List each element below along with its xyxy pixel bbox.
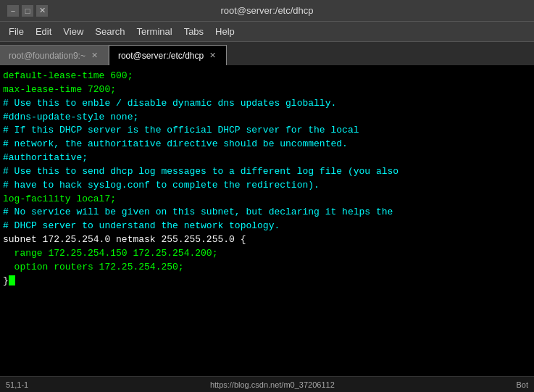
minimize-button[interactable]: −	[7, 5, 19, 17]
status-position: 51,1-1	[6, 380, 28, 389]
tab-server-dhcp[interactable]: root@server:/etc/dhcp ✕	[109, 45, 227, 65]
menu-bar: File Edit View Search Terminal Tabs Help	[0, 22, 534, 42]
status-url: https://blog.csdn.net/m0_37206112	[210, 380, 335, 389]
terminal-line: # Use this to enble / disable dynamic dn…	[3, 97, 531, 111]
status-mode: Bot	[516, 380, 528, 389]
terminal-line: #ddns-update-style none;	[3, 111, 531, 125]
menu-terminal[interactable]: Terminal	[131, 24, 178, 39]
terminal-line: log-facility local7;	[3, 193, 531, 207]
tab-label-server-dhcp: root@server:/etc/dhcp	[118, 51, 204, 61]
terminal-line: #authoritative;	[3, 151, 531, 165]
terminal-line: max-lease-time 7200;	[3, 83, 531, 97]
terminal-line: # have to hack syslog.conf to complete t…	[3, 179, 531, 193]
terminal-line: # DHCP server to understand the network …	[3, 220, 531, 233]
terminal-line: subnet 172.25.254.0 netmask 255.255.255.…	[3, 233, 531, 247]
terminal-line: range 172.25.254.150 172.25.254.200;	[3, 247, 531, 261]
terminal-line: default-lease-time 600;	[3, 70, 531, 83]
cursor	[9, 275, 15, 285]
menu-file[interactable]: File	[3, 24, 30, 39]
menu-help[interactable]: Help	[209, 24, 241, 39]
terminal-line: option routers 172.25.254.250;	[3, 261, 531, 275]
terminal-line: # No service will be given on this subne…	[3, 206, 531, 220]
tab-foundation9[interactable]: root@foundation9:~ ✕	[0, 45, 109, 65]
close-button[interactable]: ✕	[36, 5, 48, 17]
terminal-line: # Use this to send dhcp log messages to …	[3, 165, 531, 179]
menu-search[interactable]: Search	[89, 24, 130, 39]
terminal-line: # If this DHCP server is the official DH…	[3, 124, 531, 138]
tab-bar: root@foundation9:~ ✕ root@server:/etc/dh…	[0, 42, 534, 65]
tab-close-foundation9[interactable]: ✕	[90, 51, 99, 60]
title-bar: − □ ✕ root@server:/etc/dhcp	[0, 0, 534, 22]
window-title: root@server:/etc/dhcp	[51, 5, 483, 16]
tab-close-server-dhcp[interactable]: ✕	[208, 51, 217, 60]
tab-label-foundation9: root@foundation9:~	[9, 51, 85, 61]
menu-view[interactable]: View	[57, 24, 89, 39]
maximize-button[interactable]: □	[22, 5, 33, 17]
terminal-content[interactable]: default-lease-time 600;max-lease-time 72…	[0, 65, 534, 376]
terminal-line: # network, the authoritative directive s…	[3, 138, 531, 151]
status-bar: 51,1-1 https://blog.csdn.net/m0_37206112…	[0, 376, 534, 392]
terminal-line: }	[3, 275, 531, 288]
menu-tabs[interactable]: Tabs	[178, 24, 209, 39]
menu-edit[interactable]: Edit	[30, 24, 57, 39]
